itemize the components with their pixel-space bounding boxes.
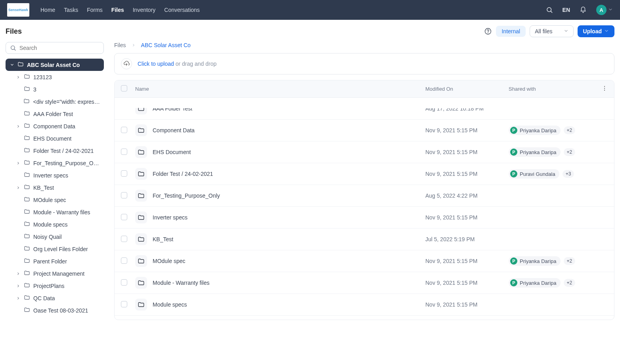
table-row[interactable]: KB_TestJul 5, 2022 5:19 PM bbox=[115, 229, 614, 250]
table-row[interactable]: Module specsNov 9, 2021 5:15 PM bbox=[115, 294, 614, 316]
table-row[interactable]: Module - Warranty filesNov 9, 2021 5:15 … bbox=[115, 272, 614, 294]
share-count[interactable]: +2 bbox=[564, 148, 576, 156]
tree-item[interactable]: Folder Test / 24-02-2021 bbox=[14, 145, 104, 157]
row-checkbox[interactable] bbox=[121, 192, 127, 198]
tree-item[interactable]: ProjectPlans bbox=[14, 280, 104, 292]
tree-item[interactable]: <div style="width: expressi... bbox=[14, 95, 104, 108]
tree-item[interactable]: Module - Warranty files bbox=[14, 206, 104, 218]
tree-root-label: ABC Solar Asset Co bbox=[27, 62, 80, 68]
tree-item[interactable]: MOdule spec bbox=[14, 194, 104, 206]
share-count[interactable]: +2 bbox=[564, 126, 576, 134]
share-avatar: P bbox=[510, 257, 517, 265]
nav-link-forms[interactable]: Forms bbox=[87, 7, 103, 13]
nav-link-conversations[interactable]: Conversations bbox=[164, 7, 200, 13]
row-checkbox[interactable] bbox=[121, 214, 127, 220]
folder-icon bbox=[135, 233, 147, 245]
chevron-down-icon[interactable] bbox=[10, 63, 14, 67]
chevron-right-icon[interactable] bbox=[16, 124, 21, 128]
tree-item[interactable]: For_Testing_Purpose_Only bbox=[14, 157, 104, 169]
search-box[interactable] bbox=[6, 42, 104, 54]
breadcrumb-current[interactable]: ABC Solar Asset Co bbox=[141, 42, 191, 48]
table-row[interactable]: Folder Test / 24-02-2021Nov 9, 2021 5:15… bbox=[115, 163, 614, 185]
modified-date: Aug 5, 2022 4:22 PM bbox=[425, 192, 509, 199]
language-selector[interactable]: EN bbox=[563, 7, 570, 13]
row-checkbox[interactable] bbox=[121, 236, 127, 242]
chevron-right-icon[interactable] bbox=[16, 161, 21, 165]
filter-dropdown[interactable]: All files bbox=[530, 25, 573, 37]
nav-link-inventory[interactable]: Inventory bbox=[133, 7, 156, 13]
table-menu-icon[interactable] bbox=[596, 85, 608, 93]
modified-date: Jul 5, 2022 5:19 PM bbox=[425, 236, 509, 242]
upload-dropzone[interactable]: Click to upload or drag and drop bbox=[114, 53, 614, 74]
table-row[interactable]: Component DataNov 9, 2021 5:15 PMPPriyan… bbox=[115, 120, 614, 141]
chevron-right-icon[interactable] bbox=[16, 75, 21, 79]
share-badge[interactable]: PPriyanka Daripa bbox=[509, 278, 561, 288]
col-name[interactable]: Name bbox=[135, 86, 425, 92]
tree-root[interactable]: ABC Solar Asset Co bbox=[6, 59, 104, 71]
col-shared[interactable]: Shared with bbox=[509, 86, 596, 92]
nav-link-files[interactable]: Files bbox=[111, 7, 124, 13]
share-count[interactable]: +3 bbox=[563, 170, 574, 178]
chevron-right-icon[interactable] bbox=[16, 296, 21, 300]
tree-item[interactable]: Org Level Files Folder bbox=[14, 243, 104, 255]
tree-item[interactable]: Noisy Quail bbox=[14, 231, 104, 243]
svg-point-6 bbox=[604, 86, 605, 87]
tree-item[interactable]: Component Data bbox=[14, 120, 104, 132]
tree-item[interactable]: EHS Document bbox=[14, 132, 104, 145]
upload-button[interactable]: Upload bbox=[578, 25, 614, 37]
help-icon[interactable] bbox=[484, 27, 492, 35]
col-modified[interactable]: Modified On bbox=[425, 86, 509, 92]
share-badge[interactable]: PPriyanka Daripa bbox=[509, 256, 561, 266]
share-name: Priyanka Daripa bbox=[520, 258, 557, 264]
user-menu[interactable]: A bbox=[596, 5, 613, 15]
tree-item-label: QC Data bbox=[33, 295, 55, 301]
tree-item[interactable]: Oase Test 08-03-2021 bbox=[14, 304, 104, 316]
share-badge[interactable]: PPuravi Gundala bbox=[509, 169, 559, 179]
share-badge[interactable]: PPriyanka Daripa bbox=[509, 147, 561, 157]
breadcrumb-root[interactable]: Files bbox=[114, 42, 126, 48]
search-input[interactable] bbox=[19, 45, 100, 51]
folder-icon bbox=[24, 270, 30, 277]
tree-item[interactable]: 3 bbox=[14, 83, 104, 95]
search-icon[interactable] bbox=[545, 6, 554, 14]
shared-with: PPriyanka Daripa+2 bbox=[509, 256, 596, 266]
notifications-icon[interactable] bbox=[579, 6, 587, 14]
chevron-right-icon[interactable] bbox=[16, 284, 21, 288]
upload-link[interactable]: Click to upload bbox=[138, 61, 174, 67]
folder-icon bbox=[135, 299, 147, 311]
share-count[interactable]: +2 bbox=[564, 257, 576, 265]
chevron-right-icon[interactable] bbox=[16, 272, 21, 276]
table-row[interactable]: EHS DocumentNov 9, 2021 5:15 PMPPriyanka… bbox=[115, 141, 614, 163]
share-badge[interactable]: PPriyanka Daripa bbox=[509, 126, 561, 135]
row-checkbox[interactable] bbox=[121, 149, 127, 155]
share-name: Priyanka Daripa bbox=[520, 128, 557, 133]
share-count[interactable]: +2 bbox=[564, 279, 576, 287]
tree-item[interactable]: Parent Folder bbox=[14, 255, 104, 267]
table-row[interactable]: For_Testing_Purpose_OnlyAug 5, 2022 4:22… bbox=[115, 185, 614, 207]
tree-item[interactable]: KB_Test bbox=[14, 181, 104, 194]
table-row[interactable]: Noisy QuailMar 19, 2022 3:53 PM bbox=[115, 316, 614, 320]
tree-item-label: Inverter specs bbox=[33, 172, 68, 179]
tree-item[interactable]: QC Data bbox=[14, 292, 104, 304]
tree-item[interactable]: Inverter specs bbox=[14, 169, 104, 181]
row-checkbox[interactable] bbox=[121, 170, 127, 177]
row-checkbox[interactable] bbox=[121, 301, 127, 307]
table-row[interactable]: Inverter specsNov 9, 2021 5:15 PM bbox=[115, 207, 614, 229]
row-checkbox[interactable] bbox=[121, 279, 127, 286]
chevron-right-icon[interactable] bbox=[16, 186, 21, 190]
row-checkbox[interactable] bbox=[121, 257, 127, 264]
upload-button-label: Upload bbox=[583, 28, 602, 34]
table-row[interactable]: MOdule specNov 9, 2021 5:15 PMPPriyanka … bbox=[115, 250, 614, 272]
select-all-checkbox[interactable] bbox=[121, 85, 127, 91]
tree-item[interactable]: Project Management bbox=[14, 267, 104, 280]
internal-toggle[interactable]: Internal bbox=[496, 26, 526, 37]
tree-item[interactable]: 123123 bbox=[14, 71, 104, 83]
brand-logo[interactable]: SenseHawk bbox=[7, 3, 29, 17]
tree-item-label: Org Level Files Folder bbox=[33, 246, 88, 252]
row-checkbox[interactable] bbox=[121, 127, 127, 133]
nav-link-tasks[interactable]: Tasks bbox=[64, 7, 78, 13]
table-row[interactable]: AAA Folder TestAug 17, 2022 10:18 PM bbox=[115, 98, 614, 120]
tree-item[interactable]: AAA Folder Test bbox=[14, 108, 104, 120]
tree-item[interactable]: Module specs bbox=[14, 218, 104, 231]
nav-link-home[interactable]: Home bbox=[40, 7, 55, 13]
